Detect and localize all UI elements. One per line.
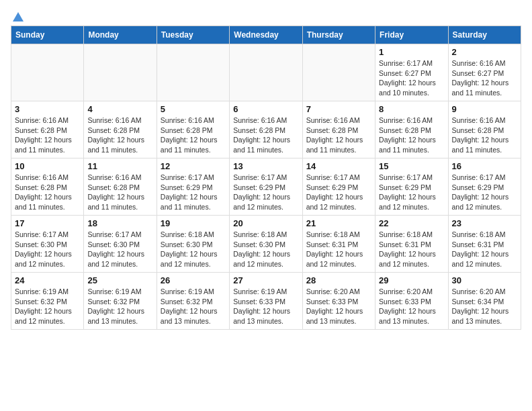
calendar-cell: 8Sunrise: 6:16 AM Sunset: 6:28 PM Daylig… [375, 101, 448, 158]
day-number: 5 [161, 104, 226, 114]
day-number: 20 [233, 218, 298, 228]
calendar-week-row: 24Sunrise: 6:19 AM Sunset: 6:32 PM Dayli… [11, 273, 521, 330]
day-number: 17 [15, 218, 80, 228]
logo [11, 11, 24, 20]
day-info: Sunrise: 6:19 AM Sunset: 6:32 PM Dayligh… [15, 287, 80, 326]
day-number: 29 [379, 275, 444, 285]
day-number: 27 [233, 275, 298, 285]
calendar-cell: 1Sunrise: 6:17 AM Sunset: 6:27 PM Daylig… [375, 44, 448, 101]
day-number: 12 [161, 161, 226, 171]
calendar-cell: 2Sunrise: 6:16 AM Sunset: 6:27 PM Daylig… [448, 44, 521, 101]
calendar-week-row: 3Sunrise: 6:16 AM Sunset: 6:28 PM Daylig… [11, 101, 521, 158]
day-info: Sunrise: 6:16 AM Sunset: 6:27 PM Dayligh… [452, 58, 517, 98]
day-info: Sunrise: 6:17 AM Sunset: 6:29 PM Dayligh… [379, 173, 444, 212]
calendar-cell: 11Sunrise: 6:16 AM Sunset: 6:28 PM Dayli… [84, 158, 157, 216]
day-info: Sunrise: 6:16 AM Sunset: 6:28 PM Dayligh… [87, 116, 152, 155]
day-info: Sunrise: 6:17 AM Sunset: 6:29 PM Dayligh… [306, 173, 371, 212]
day-info: Sunrise: 6:17 AM Sunset: 6:29 PM Dayligh… [452, 173, 517, 212]
calendar-cell: 17Sunrise: 6:17 AM Sunset: 6:30 PM Dayli… [11, 216, 84, 273]
page-header [11, 11, 521, 20]
day-info: Sunrise: 6:19 AM Sunset: 6:32 PM Dayligh… [161, 287, 226, 326]
calendar-cell [84, 44, 157, 101]
day-info: Sunrise: 6:18 AM Sunset: 6:31 PM Dayligh… [306, 230, 371, 269]
calendar-cell [157, 44, 229, 101]
calendar-cell: 29Sunrise: 6:20 AM Sunset: 6:33 PM Dayli… [375, 273, 448, 330]
calendar-week-row: 10Sunrise: 6:16 AM Sunset: 6:28 PM Dayli… [11, 158, 521, 216]
day-info: Sunrise: 6:16 AM Sunset: 6:28 PM Dayligh… [452, 116, 517, 155]
day-info: Sunrise: 6:17 AM Sunset: 6:30 PM Dayligh… [87, 230, 152, 269]
calendar-week-row: 17Sunrise: 6:17 AM Sunset: 6:30 PM Dayli… [11, 216, 521, 273]
calendar-cell: 24Sunrise: 6:19 AM Sunset: 6:32 PM Dayli… [11, 273, 84, 330]
day-number: 6 [233, 104, 298, 114]
calendar-cell [11, 44, 84, 101]
day-header-wednesday: Wednesday [230, 26, 302, 44]
day-header-thursday: Thursday [302, 26, 375, 44]
day-header-friday: Friday [375, 26, 448, 44]
day-info: Sunrise: 6:19 AM Sunset: 6:33 PM Dayligh… [233, 287, 298, 326]
calendar-cell: 12Sunrise: 6:17 AM Sunset: 6:29 PM Dayli… [157, 158, 229, 216]
calendar-table: SundayMondayTuesdayWednesdayThursdayFrid… [11, 26, 521, 330]
day-info: Sunrise: 6:17 AM Sunset: 6:30 PM Dayligh… [15, 230, 80, 269]
day-number: 7 [306, 104, 371, 114]
day-number: 16 [452, 161, 517, 171]
day-info: Sunrise: 6:16 AM Sunset: 6:28 PM Dayligh… [379, 116, 444, 155]
day-header-saturday: Saturday [448, 26, 521, 44]
day-header-monday: Monday [84, 26, 157, 44]
day-number: 28 [306, 275, 371, 285]
day-number: 19 [161, 218, 226, 228]
svg-marker-0 [13, 12, 24, 21]
day-header-tuesday: Tuesday [157, 26, 229, 44]
day-info: Sunrise: 6:16 AM Sunset: 6:28 PM Dayligh… [87, 173, 152, 212]
day-number: 21 [306, 218, 371, 228]
calendar-header-row: SundayMondayTuesdayWednesdayThursdayFrid… [11, 26, 521, 44]
calendar-cell: 10Sunrise: 6:16 AM Sunset: 6:28 PM Dayli… [11, 158, 84, 216]
calendar-cell: 19Sunrise: 6:18 AM Sunset: 6:30 PM Dayli… [157, 216, 229, 273]
calendar-week-row: 1Sunrise: 6:17 AM Sunset: 6:27 PM Daylig… [11, 44, 521, 101]
calendar-cell: 4Sunrise: 6:16 AM Sunset: 6:28 PM Daylig… [84, 101, 157, 158]
day-info: Sunrise: 6:17 AM Sunset: 6:29 PM Dayligh… [233, 173, 298, 212]
day-number: 2 [452, 47, 517, 57]
day-info: Sunrise: 6:20 AM Sunset: 6:34 PM Dayligh… [452, 287, 517, 326]
day-number: 10 [15, 161, 80, 171]
calendar-cell: 26Sunrise: 6:19 AM Sunset: 6:32 PM Dayli… [157, 273, 229, 330]
day-info: Sunrise: 6:17 AM Sunset: 6:29 PM Dayligh… [161, 173, 226, 212]
day-info: Sunrise: 6:16 AM Sunset: 6:28 PM Dayligh… [15, 116, 80, 155]
calendar-cell: 30Sunrise: 6:20 AM Sunset: 6:34 PM Dayli… [448, 273, 521, 330]
calendar-cell: 28Sunrise: 6:20 AM Sunset: 6:33 PM Dayli… [302, 273, 375, 330]
day-info: Sunrise: 6:19 AM Sunset: 6:32 PM Dayligh… [87, 287, 152, 326]
day-number: 15 [379, 161, 444, 171]
day-number: 23 [452, 218, 517, 228]
calendar-cell: 21Sunrise: 6:18 AM Sunset: 6:31 PM Dayli… [302, 216, 375, 273]
day-number: 26 [161, 275, 226, 285]
day-number: 13 [233, 161, 298, 171]
day-number: 11 [87, 161, 152, 171]
calendar-cell: 5Sunrise: 6:16 AM Sunset: 6:28 PM Daylig… [157, 101, 229, 158]
day-number: 9 [452, 104, 517, 114]
day-info: Sunrise: 6:18 AM Sunset: 6:31 PM Dayligh… [379, 230, 444, 269]
day-info: Sunrise: 6:17 AM Sunset: 6:27 PM Dayligh… [379, 58, 444, 98]
day-number: 1 [379, 47, 444, 57]
calendar-cell [230, 44, 302, 101]
calendar-cell: 15Sunrise: 6:17 AM Sunset: 6:29 PM Dayli… [375, 158, 448, 216]
day-number: 22 [379, 218, 444, 228]
day-number: 3 [15, 104, 80, 114]
calendar-cell [302, 44, 375, 101]
calendar-cell: 9Sunrise: 6:16 AM Sunset: 6:28 PM Daylig… [448, 101, 521, 158]
calendar-cell: 20Sunrise: 6:18 AM Sunset: 6:30 PM Dayli… [230, 216, 302, 273]
day-info: Sunrise: 6:18 AM Sunset: 6:30 PM Dayligh… [161, 230, 226, 269]
calendar-cell: 7Sunrise: 6:16 AM Sunset: 6:28 PM Daylig… [302, 101, 375, 158]
calendar-cell: 22Sunrise: 6:18 AM Sunset: 6:31 PM Dayli… [375, 216, 448, 273]
calendar-cell: 23Sunrise: 6:18 AM Sunset: 6:31 PM Dayli… [448, 216, 521, 273]
day-info: Sunrise: 6:16 AM Sunset: 6:28 PM Dayligh… [233, 116, 298, 155]
calendar-cell: 16Sunrise: 6:17 AM Sunset: 6:29 PM Dayli… [448, 158, 521, 216]
logo-triangle-icon [12, 11, 24, 23]
day-info: Sunrise: 6:18 AM Sunset: 6:30 PM Dayligh… [233, 230, 298, 269]
day-number: 4 [87, 104, 152, 114]
day-header-sunday: Sunday [11, 26, 84, 44]
day-info: Sunrise: 6:20 AM Sunset: 6:33 PM Dayligh… [306, 287, 371, 326]
day-number: 8 [379, 104, 444, 114]
day-info: Sunrise: 6:20 AM Sunset: 6:33 PM Dayligh… [379, 287, 444, 326]
day-info: Sunrise: 6:16 AM Sunset: 6:28 PM Dayligh… [15, 173, 80, 212]
day-info: Sunrise: 6:16 AM Sunset: 6:28 PM Dayligh… [161, 116, 226, 155]
calendar-cell: 14Sunrise: 6:17 AM Sunset: 6:29 PM Dayli… [302, 158, 375, 216]
